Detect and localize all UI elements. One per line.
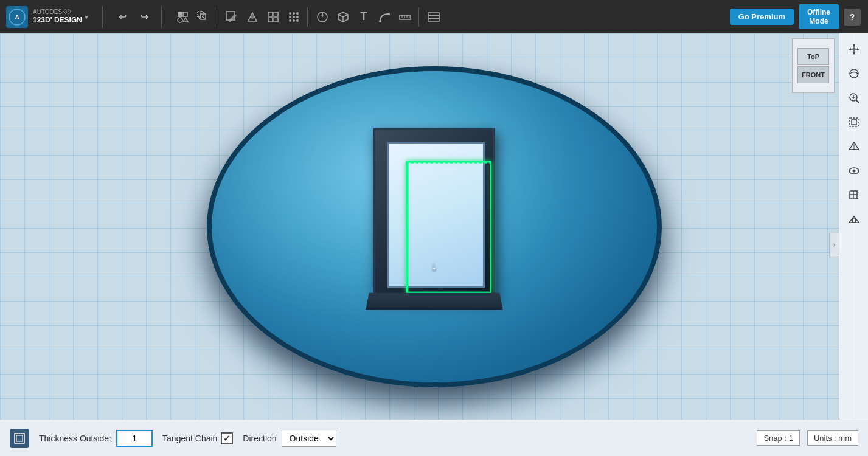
primitives-button[interactable] [173, 7, 192, 27]
svg-marker-5 [183, 18, 188, 22]
perspective-button[interactable] [843, 136, 865, 157]
app-menu-dropdown[interactable]: ▾ [85, 13, 88, 21]
undo-button[interactable]: ↩ [113, 7, 132, 27]
expand-panel-tab[interactable]: › [829, 233, 839, 257]
3d-scene: ↓ [0, 33, 868, 420]
snap-info: Snap : 1 Units : mm [757, 430, 858, 446]
view3d-button[interactable] [333, 7, 353, 27]
pan-button[interactable] [843, 38, 865, 60]
offline-mode-button[interactable]: Offline Mode [799, 4, 839, 29]
oval-platform: ↓ [209, 69, 659, 385]
divider-1 [161, 6, 162, 28]
thickness-input[interactable] [116, 430, 153, 447]
svg-rect-36 [428, 16, 439, 18]
measure-button[interactable] [313, 7, 332, 27]
svg-rect-35 [428, 13, 439, 15]
svg-point-55 [852, 170, 855, 173]
svg-rect-30 [400, 15, 411, 19]
main-tools: T [164, 7, 723, 27]
svg-point-12 [251, 15, 254, 19]
tangent-chain-checkbox[interactable] [221, 432, 233, 444]
svg-point-62 [852, 219, 856, 223]
svg-line-47 [856, 100, 859, 103]
device-base [366, 292, 503, 309]
measure-group: T [309, 7, 419, 27]
svg-point-28 [379, 20, 381, 22]
svg-point-19 [296, 12, 299, 15]
ruler-button[interactable] [395, 7, 415, 27]
svg-rect-51 [852, 120, 856, 125]
svg-rect-37 [428, 19, 439, 21]
svg-point-25 [296, 19, 299, 22]
visibility-button[interactable] [843, 160, 865, 182]
device-model: ↓ [373, 128, 495, 298]
svg-marker-42 [849, 48, 851, 50]
svg-rect-63 [15, 434, 24, 443]
svg-rect-2 [178, 12, 182, 17]
modify-button[interactable] [263, 7, 283, 27]
app-name: AUTODESK® 123D' DESIGN [33, 8, 82, 26]
svg-point-24 [293, 19, 295, 22]
svg-rect-15 [268, 18, 273, 22]
undo-redo-group: ↩ ↪ [108, 7, 159, 27]
svg-rect-13 [268, 12, 273, 16]
svg-point-22 [296, 16, 299, 18]
direction-label: Direction [243, 434, 276, 443]
svg-rect-14 [274, 12, 278, 16]
right-buttons: Go Premium Offline Mode ? [723, 4, 868, 29]
pattern-button[interactable] [284, 7, 304, 27]
redo-button[interactable]: ↪ [134, 7, 154, 27]
help-button[interactable]: ? [844, 9, 861, 26]
tangent-chain-label: Tangent Chain [162, 434, 217, 443]
tangent-chain-group: Tangent Chain [162, 432, 233, 444]
bottom-bar: Thickness Outside: Tangent Chain Directi… [0, 420, 868, 456]
svg-rect-16 [274, 18, 278, 22]
layers-group [420, 7, 447, 27]
units-value[interactable]: Units : mm [807, 430, 858, 446]
viewport[interactable]: ToP FRONT [0, 33, 868, 456]
svg-rect-50 [850, 118, 858, 126]
thickness-label: Thickness Outside: [39, 434, 111, 443]
right-panel [839, 33, 868, 420]
svg-marker-41 [853, 52, 855, 55]
orbit-button[interactable] [843, 63, 865, 85]
svg-marker-40 [853, 44, 855, 46]
material-button[interactable] [843, 209, 865, 230]
sketch-button[interactable] [222, 7, 241, 27]
move-arrow: ↓ [431, 258, 437, 272]
svg-rect-3 [183, 12, 187, 16]
selected-edge-green [406, 161, 491, 293]
device-outer: ↓ [373, 128, 495, 298]
svg-rect-64 [16, 435, 23, 441]
shapes-group [169, 7, 217, 27]
svg-point-21 [293, 16, 295, 18]
snap-value[interactable]: Snap : 1 [757, 430, 799, 446]
layers-button[interactable] [424, 7, 443, 27]
svg-point-17 [289, 12, 291, 15]
svg-point-18 [293, 12, 295, 15]
fillet-button[interactable] [375, 7, 394, 27]
toolbar-divider [102, 6, 103, 28]
thickness-param-group: Thickness Outside: [39, 430, 153, 447]
autodesk-logo: A [6, 6, 28, 28]
transform-button[interactable] [193, 7, 213, 27]
header-toolbar: A AUTODESK® 123D' DESIGN ▾ ↩ ↪ [0, 0, 868, 33]
svg-text:A: A [15, 14, 19, 21]
svg-point-29 [387, 13, 390, 15]
direction-group: Direction Outside Inside Both [243, 430, 336, 447]
selection-dots [406, 161, 491, 163]
go-premium-button[interactable]: Go Premium [730, 9, 794, 25]
svg-point-20 [289, 16, 291, 18]
grid-display-button[interactable] [843, 184, 865, 206]
sketch-group [218, 7, 308, 27]
zoom-button[interactable] [843, 87, 865, 109]
direction-select[interactable]: Outside Inside Both [282, 430, 336, 447]
fit-button[interactable] [843, 111, 865, 133]
shell-tool-icon [10, 429, 29, 448]
logo-area: A AUTODESK® 123D' DESIGN ▾ [0, 6, 97, 28]
svg-point-23 [289, 19, 291, 22]
text-button[interactable]: T [354, 7, 373, 27]
svg-point-4 [178, 18, 182, 22]
svg-marker-43 [857, 48, 859, 50]
construct-button[interactable] [243, 7, 262, 27]
